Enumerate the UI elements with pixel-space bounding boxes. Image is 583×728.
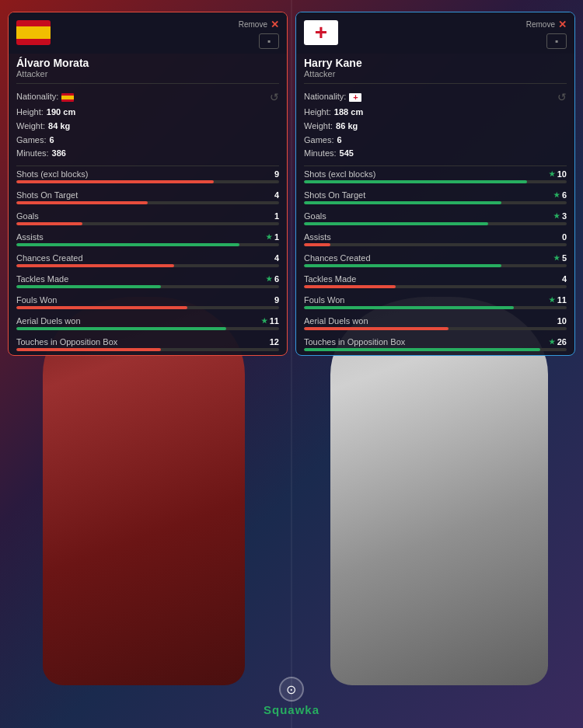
brand-name-part1: Squa: [264, 703, 295, 716]
stat-label: Tackles Made: [304, 274, 356, 284]
card-header-morata: Remove ✕ ▪: [9, 12, 287, 54]
player-card-kane: Remove ✕ ▪ Harry Kane Attacker Nationali…: [295, 12, 575, 356]
player-card-morata: Remove ✕ ▪ Álvaro Morata Attacker Nation…: [8, 12, 288, 356]
stat-tackles-morata: Tackles Made ★6: [9, 271, 287, 292]
stat-label: Shots (excl blocks): [16, 169, 88, 179]
height-row-morata: Height: 190 cm: [16, 106, 279, 120]
stat-value: ★1: [266, 232, 279, 242]
stat-fouls-kane: Fouls Won ★11: [296, 292, 574, 313]
stat-label: Aerial Duels won: [16, 316, 81, 326]
card-header-kane: Remove ✕ ▪: [296, 12, 574, 54]
stat-value: 1: [274, 211, 279, 221]
stat-label: Chances Created: [16, 253, 83, 263]
stat-tackles-kane: Tackles Made 4: [296, 271, 574, 292]
stat-value: ★3: [553, 211, 567, 221]
stat-label: Assists: [304, 232, 331, 242]
refresh-icon-kane[interactable]: ↺: [557, 89, 567, 106]
brand-logo-icon: ⊙: [286, 682, 296, 697]
stat-label: Shots (excl blocks): [304, 169, 375, 179]
remove-label-morata: Remove: [239, 20, 267, 29]
stat-label: Shots On Target: [304, 190, 365, 200]
header-right-group-kane: Remove ✕ ▪: [526, 19, 567, 49]
remove-morata-button[interactable]: Remove ✕: [239, 19, 279, 30]
stat-value: 0: [562, 232, 567, 242]
stat-label: Goals: [16, 211, 39, 221]
minutes-row-morata: Minutes: 386: [16, 147, 279, 161]
stat-label: Aerial Duels won: [304, 316, 368, 326]
stat-label: Shots On Target: [16, 190, 78, 200]
profile-card-icon: ▪: [267, 36, 271, 47]
profile-icon-kane[interactable]: ▪: [546, 33, 567, 49]
player-position-kane: Attacker: [296, 69, 574, 83]
brand-name: Squawka: [264, 703, 319, 716]
stat-shots-target-kane: Shots On Target ★6: [296, 187, 574, 208]
stat-value: 9: [274, 169, 279, 179]
stat-shots-morata: Shots (excl blocks) 9: [9, 166, 287, 187]
refresh-icon-morata[interactable]: ↺: [270, 89, 279, 106]
stat-assists-kane: Assists 0: [296, 229, 574, 250]
stat-value: 4: [274, 190, 279, 200]
brand-name-part2: wka: [295, 703, 319, 716]
stat-chances-kane: Chances Created ★5: [296, 250, 574, 271]
stat-value: 4: [274, 253, 279, 263]
nationality-label-kane: Nationality:: [304, 90, 346, 104]
stat-assists-morata: Assists ★1: [9, 229, 287, 250]
player-name-kane: Harry Kane: [296, 54, 574, 69]
stat-touches-kane: Touches in Opposition Box ★26: [296, 334, 574, 355]
weight-row-kane: Weight: 86 kg: [304, 120, 567, 134]
stat-goals-morata: Goals 1: [9, 208, 287, 229]
flag-england: [304, 20, 338, 45]
stat-aerial-morata: Aerial Duels won ★11: [9, 313, 287, 334]
minutes-row-kane: Minutes: 545: [304, 147, 567, 161]
profile-icon-morata[interactable]: ▪: [259, 33, 279, 49]
flag-inline-morata: [61, 93, 74, 102]
close-icon-morata[interactable]: ✕: [271, 19, 279, 30]
stat-value: ★11: [549, 295, 567, 305]
flag-spain: [16, 20, 51, 45]
stat-shots-kane: Shots (excl blocks) ★10: [296, 166, 574, 187]
stat-chances-morata: Chances Created 4: [9, 250, 287, 271]
stat-touches-morata: Touches in Opposition Box 12: [9, 334, 287, 355]
stat-value: 9: [274, 295, 279, 305]
player-position-morata: Attacker: [9, 69, 287, 83]
brand: ⊙ Squawka: [264, 677, 319, 716]
stat-value: 4: [562, 274, 567, 284]
stat-value: 10: [557, 316, 567, 326]
stat-label: Fouls Won: [16, 295, 57, 305]
stat-label: Tackles Made: [16, 274, 68, 284]
weight-row-morata: Weight: 84 kg: [16, 120, 279, 134]
flag-inline-kane: +: [349, 93, 361, 102]
stat-value: 12: [270, 337, 279, 347]
stat-label: Fouls Won: [304, 295, 344, 305]
stat-value: ★26: [549, 337, 567, 347]
stat-shots-target-morata: Shots On Target 4: [9, 187, 287, 208]
close-icon-kane[interactable]: ✕: [558, 19, 567, 30]
stat-aerial-kane: Aerial Duels won 10: [296, 313, 574, 334]
nationality-label-morata: Nationality:: [16, 90, 58, 104]
stat-goals-kane: Goals ★3: [296, 208, 574, 229]
stat-label: Goals: [304, 211, 326, 221]
remove-kane-button[interactable]: Remove ✕: [526, 19, 567, 30]
cards-container: Remove ✕ ▪ Álvaro Morata Attacker Nation…: [8, 12, 575, 356]
stat-label: Touches in Opposition Box: [16, 337, 117, 347]
stat-value: ★6: [266, 274, 279, 284]
stat-label: Chances Created: [304, 253, 371, 263]
nationality-row-morata: Nationality: ↺: [16, 89, 279, 106]
stat-value: ★11: [261, 316, 279, 326]
stats-info-kane: Nationality: + ↺ Height: 188 cm Weight: …: [296, 84, 574, 165]
height-row-kane: Height: 188 cm: [304, 106, 567, 120]
stat-label: Assists: [16, 232, 44, 242]
stats-info-morata: Nationality: ↺ Height: 190 cm Weight: 84…: [9, 84, 287, 165]
player-name-morata: Álvaro Morata: [9, 54, 287, 69]
stat-value: ★6: [553, 190, 567, 200]
stat-value: ★5: [553, 253, 567, 263]
stat-fouls-morata: Fouls Won 9: [9, 292, 287, 313]
header-right-group-morata: Remove ✕ ▪: [239, 19, 279, 49]
games-row-morata: Games: 6: [16, 134, 279, 148]
remove-label-kane: Remove: [526, 20, 555, 29]
brand-logo: ⊙: [279, 677, 304, 702]
stat-label: Touches in Opposition Box: [304, 337, 405, 347]
profile-card-icon-kane: ▪: [555, 36, 558, 47]
nationality-row-kane: Nationality: + ↺: [304, 89, 567, 106]
stat-value: ★10: [549, 169, 567, 179]
